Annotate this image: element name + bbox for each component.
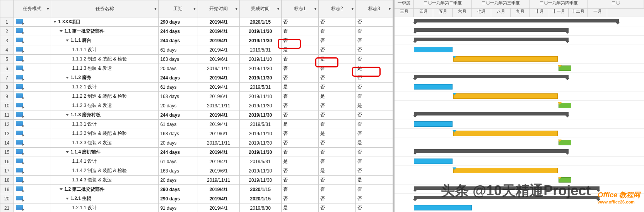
finish-cell[interactable]: 2019/11/10 — [239, 92, 281, 101]
task-mode-cell[interactable] — [14, 101, 51, 110]
flag2-cell[interactable]: 否 — [318, 185, 355, 194]
task-name-cell[interactable]: 1.1 第一批交货部件 — [51, 27, 159, 36]
task-mode-cell[interactable] — [14, 166, 51, 176]
table-row[interactable]: 41.1.1.1 设计61 days2019/4/12019/5/31是否否 — [0, 45, 393, 55]
flag1-cell[interactable]: 否 — [281, 194, 318, 203]
flag1-cell[interactable]: 否 — [281, 73, 318, 83]
flag2-cell[interactable]: 否 — [318, 83, 355, 92]
flag3-cell[interactable]: 否 — [355, 185, 393, 194]
table-row[interactable]: 101.1.2.3 包装 & 发运20 days2019/11/112019/1… — [0, 101, 393, 110]
timeline-month[interactable]: 九月 — [511, 9, 530, 17]
flag3-cell[interactable]: 否 — [355, 166, 393, 176]
flag1-cell[interactable]: 否 — [281, 36, 318, 45]
task-bar[interactable] — [414, 121, 453, 127]
start-cell[interactable]: 2019/4/1 — [198, 194, 239, 203]
col-header-flag2[interactable]: 标志2▼ — [318, 0, 355, 17]
summary-bar[interactable] — [414, 186, 600, 190]
flag1-cell[interactable]: 否 — [281, 166, 318, 176]
table-row[interactable]: 61.1.1.3 包装 & 发运20 days2019/11/112019/11… — [0, 64, 393, 73]
gantt-row[interactable] — [395, 147, 644, 157]
task-mode-cell[interactable] — [14, 129, 51, 138]
flag2-cell[interactable]: 否 — [318, 73, 355, 83]
start-cell[interactable]: 2019/4/1 — [198, 73, 239, 83]
finish-cell[interactable]: 2019/5/31 — [239, 157, 281, 166]
finish-cell[interactable]: 2019/5/31 — [239, 120, 281, 129]
task-name-cell[interactable]: 1.1.4.3 包装 & 发运 — [51, 176, 159, 185]
duration-cell[interactable]: 244 days — [159, 148, 198, 157]
flag2-cell[interactable]: 是 — [318, 129, 355, 138]
gantt-row[interactable] — [395, 157, 644, 166]
start-cell[interactable]: 2019/4/1 — [198, 157, 239, 166]
flag1-cell[interactable]: 是 — [281, 157, 318, 166]
chevron-down-icon[interactable]: ▼ — [314, 7, 317, 11]
flag3-cell[interactable]: 否 — [355, 73, 393, 83]
duration-cell[interactable]: 20 days — [159, 138, 198, 148]
gantt-row[interactable] — [395, 129, 644, 138]
row-number[interactable]: 15 — [0, 148, 14, 157]
task-name-cell[interactable]: 1.1.4 磨机辅件 — [51, 148, 159, 157]
gantt-row[interactable] — [395, 101, 644, 110]
flag3-cell[interactable]: 否 — [355, 55, 393, 64]
start-cell[interactable]: 2019/4/1 — [198, 110, 239, 120]
gantt-row[interactable] — [395, 82, 644, 91]
flag3-cell[interactable]: 否 — [355, 203, 393, 212]
timeline-quarter[interactable]: 二〇一九年第四季度 — [530, 0, 588, 8]
summary-bar[interactable] — [414, 38, 569, 41]
task-name-cell[interactable]: 1.2.1 主辊 — [51, 194, 159, 203]
flag3-cell[interactable]: 否 — [355, 17, 393, 27]
timeline-month[interactable]: 十一月 — [549, 9, 569, 17]
task-mode-cell[interactable] — [14, 157, 51, 166]
finish-cell[interactable]: 2019/5/31 — [239, 45, 281, 55]
row-number[interactable]: 16 — [0, 157, 14, 166]
timeline-month[interactable]: 六月 — [453, 9, 472, 17]
task-mode-cell[interactable] — [14, 45, 51, 55]
finish-cell[interactable]: 2019/11/10 — [239, 166, 281, 176]
task-mode-cell[interactable] — [14, 194, 51, 203]
flag3-cell[interactable]: 否 — [355, 45, 393, 55]
task-mode-cell[interactable] — [14, 185, 51, 194]
col-header-finish[interactable]: 完成时间▼ — [239, 0, 281, 17]
finish-cell[interactable]: 2019/11/30 — [239, 36, 281, 45]
flag2-cell[interactable]: 是 — [318, 92, 355, 101]
task-name-cell[interactable]: 1.2 第二批交货部件 — [51, 185, 159, 194]
flag2-cell[interactable]: 否 — [318, 157, 355, 166]
row-number[interactable]: 2 — [0, 27, 14, 36]
outline-collapse-icon[interactable] — [66, 151, 69, 153]
table-row[interactable]: 191.2 第二批交货部件290 days2019/4/12020/1/15否否… — [0, 185, 393, 194]
col-header-name[interactable]: 任务名称▼ — [51, 0, 159, 17]
task-bar[interactable] — [414, 84, 453, 90]
flag2-cell[interactable]: 否 — [318, 176, 355, 185]
chevron-down-icon[interactable]: ▼ — [351, 7, 354, 11]
finish-cell[interactable]: 2019/11/30 — [239, 64, 281, 73]
task-mode-cell[interactable] — [14, 138, 51, 148]
flag1-cell[interactable]: 否 — [281, 27, 318, 36]
duration-cell[interactable]: 61 days — [159, 45, 198, 55]
task-mode-cell[interactable] — [14, 36, 51, 45]
row-number[interactable]: 14 — [0, 138, 14, 148]
flag1-cell[interactable]: 否 — [281, 55, 318, 64]
gantt-row[interactable] — [395, 26, 644, 36]
flag3-cell[interactable]: 是 — [355, 101, 393, 110]
finish-cell[interactable]: 2019/11/10 — [239, 129, 281, 138]
flag1-cell[interactable]: 否 — [281, 129, 318, 138]
outline-collapse-icon[interactable] — [60, 188, 63, 190]
finish-cell[interactable]: 2019/11/30 — [239, 110, 281, 120]
finish-cell[interactable]: 2019/11/10 — [239, 55, 281, 64]
chevron-down-icon[interactable]: ▼ — [235, 7, 238, 11]
timeline-quarter[interactable]: 二〇 — [588, 0, 644, 8]
duration-cell[interactable]: 61 days — [159, 120, 198, 129]
flag2-cell[interactable]: 否 — [318, 138, 355, 148]
task-bar[interactable] — [453, 168, 558, 173]
task-mode-cell[interactable] — [14, 17, 51, 27]
timeline-month[interactable]: 十月 — [530, 9, 549, 17]
start-cell[interactable]: 2019/4/1 — [198, 185, 239, 194]
gantt-row[interactable] — [395, 73, 644, 82]
task-mode-cell[interactable] — [14, 120, 51, 129]
flag2-cell[interactable]: 否 — [318, 64, 355, 73]
start-cell[interactable]: 2019/11/11 — [198, 176, 239, 185]
flag1-cell[interactable]: 是 — [281, 83, 318, 92]
timeline-month[interactable]: 八月 — [491, 9, 511, 17]
task-mode-cell[interactable] — [14, 73, 51, 83]
flag3-cell[interactable]: 否 — [355, 194, 393, 203]
task-mode-cell[interactable] — [14, 203, 51, 212]
